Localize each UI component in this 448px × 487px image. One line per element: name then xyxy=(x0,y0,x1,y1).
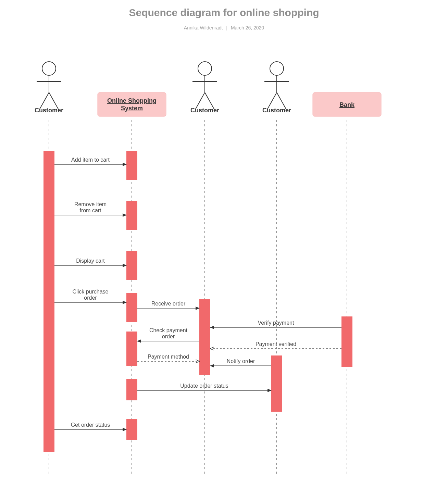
message-label-6: Check payment xyxy=(149,327,188,333)
author-line: Annika Wildenradt | March 26, 2020 xyxy=(0,25,448,30)
activation-p2-6 xyxy=(341,316,352,367)
message-label-1-1: from cart xyxy=(79,208,101,213)
sequence-diagram: CustomerOnline ShoppingSystemCustomerCus… xyxy=(21,55,427,483)
svg-point-5 xyxy=(198,62,212,75)
message-label-2: Display cart xyxy=(76,258,105,264)
message-label-3: Click purchase xyxy=(73,289,109,295)
activation-a1-0 xyxy=(43,151,54,452)
page-title: Sequence diagram for online shopping xyxy=(115,7,333,21)
title-rule xyxy=(126,22,322,22)
message-label-9: Notify order xyxy=(227,358,255,364)
author-separator: | xyxy=(226,25,227,30)
message-label-4: Receive order xyxy=(151,301,186,307)
message-label-0: Add item to cart xyxy=(71,157,110,163)
svg-point-10 xyxy=(270,62,284,75)
message-label-3-1: order xyxy=(84,295,97,301)
message-label-11: Get order status xyxy=(71,422,110,428)
participant-label-p1-2: System xyxy=(121,105,143,112)
activation-a3-8 xyxy=(271,355,282,412)
activation-p1-9 xyxy=(126,379,137,400)
actor-label-a3: Customer xyxy=(262,107,291,114)
activation-p1-2 xyxy=(126,201,137,230)
actor-label-a1: Customer xyxy=(35,107,63,114)
actor-icon-a3 xyxy=(264,62,289,110)
message-label-8: Payment method xyxy=(148,354,189,360)
activation-p1-4 xyxy=(126,293,137,322)
message-label-7: Payment verified xyxy=(256,341,296,347)
participant-label-p1: Online Shopping xyxy=(107,97,157,104)
message-label-6-1: order xyxy=(162,334,175,339)
activation-p1-7 xyxy=(126,332,137,366)
actor-label-a2: Customer xyxy=(190,107,219,114)
author-name: Annika Wildenradt xyxy=(184,25,223,30)
activation-p1-1 xyxy=(126,151,137,180)
activation-p1-10 xyxy=(126,419,137,440)
actor-icon-a2 xyxy=(192,62,217,110)
message-label-10: Update order status xyxy=(180,383,228,389)
activation-p1-3 xyxy=(126,251,137,280)
participant-label-p2: Bank xyxy=(339,101,355,108)
activation-a2-5 xyxy=(199,299,210,375)
message-label-1: Remove item xyxy=(74,201,107,207)
title-block: Sequence diagram for online shopping Ann… xyxy=(0,7,448,30)
svg-point-0 xyxy=(42,62,56,75)
message-label-5: Verify payment xyxy=(258,320,294,326)
actor-icon-a1 xyxy=(37,62,61,110)
participant-box-p1 xyxy=(98,92,166,116)
author-date: March 26, 2020 xyxy=(231,25,264,30)
